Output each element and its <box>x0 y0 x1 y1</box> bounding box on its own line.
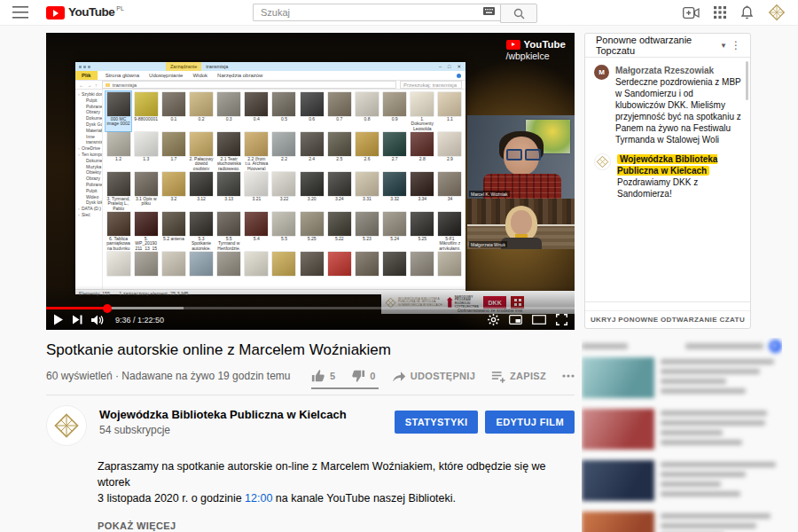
explorer-sidebar-item[interactable]: Pobrane <box>75 104 102 110</box>
file-thumbnail[interactable]: 1. Dokumenty Leopolda Tyrmanda wydane pr… <box>410 91 435 131</box>
file-thumbnail[interactable]: 0.5 <box>271 91 297 131</box>
explorer-breadcrumb[interactable]: transmisja <box>102 81 396 89</box>
explorer-help-icon[interactable] <box>457 74 461 78</box>
file-thumbnail[interactable]: 3.20 <box>299 171 325 211</box>
explorer-file-menu[interactable]: Plik <box>75 71 98 80</box>
explorer-ribbon-tab[interactable]: Widok <box>192 73 207 78</box>
file-thumbnail[interactable]: 5.4 <box>244 211 270 251</box>
file-thumbnail[interactable] <box>271 251 297 289</box>
file-thumbnail[interactable]: 0.8 <box>354 91 379 131</box>
file-thumbnail[interactable]: 5.25 <box>299 211 325 251</box>
explorer-sidebar-item[interactable]: Materiały <box>75 128 102 134</box>
file-thumbnail[interactable]: 2. Pałacowy dowód osobisty Leopolda Tyrm… <box>188 131 214 171</box>
file-thumbnail[interactable]: 2.6 <box>354 131 379 171</box>
explorer-sidebar-item[interactable]: ›Ten komputer <box>75 152 102 158</box>
explorer-sidebar-item[interactable]: Muzyka <box>75 164 102 170</box>
file-thumbnail[interactable] <box>410 251 435 289</box>
explorer-sidebar-item[interactable]: transmisja <box>75 139 102 145</box>
file-thumbnail[interactable]: 0.3 <box>216 91 242 131</box>
file-thumbnail[interactable]: 1.7 <box>160 131 186 171</box>
file-thumbnail[interactable]: 3.1 Opis w pliku <box>133 171 159 211</box>
explorer-sidebar-item[interactable]: Pulpit <box>75 188 102 194</box>
explorer-sidebar-item[interactable]: Dysk lokalny (C:) <box>75 200 102 206</box>
file-thumbnail[interactable]: 3.31 <box>354 171 379 211</box>
file-thumbnail[interactable]: 2.2 <box>271 131 297 171</box>
file-thumbnail[interactable]: 5-F1 Mikrofilm z artykułami. A… <box>437 211 463 251</box>
next-button[interactable] <box>73 315 82 325</box>
file-thumbnail[interactable] <box>299 251 325 289</box>
explorer-sidebar-item[interactable]: ›Sieć <box>75 212 102 218</box>
file-thumbnail[interactable]: 3.2 <box>160 171 186 211</box>
explorer-sidebar-item[interactable]: Dokumenty <box>75 158 102 164</box>
explorer-sidebar-item[interactable]: ›DATA (D:) <box>75 206 102 212</box>
file-thumbnail[interactable]: 0.2 <box>188 91 214 131</box>
file-thumbnail[interactable] <box>106 251 131 289</box>
file-thumbnail[interactable]: 5.23 <box>354 211 379 251</box>
account-avatar[interactable] <box>768 4 786 21</box>
apps-grid-icon[interactable] <box>714 6 726 19</box>
file-thumbnail[interactable]: 9-88000001 <box>133 91 159 131</box>
file-thumbnail[interactable]: 3. Tyrmand, Prateloj L., Pablo Picasso, … <box>106 171 131 211</box>
explorer-nav-arrows[interactable]: ← → ↑ <box>79 82 98 88</box>
chat-avatar[interactable]: M <box>594 65 609 80</box>
dislike-button[interactable]: 0 <box>351 369 375 383</box>
explorer-sidebar-item[interactable]: Inne <box>75 134 102 140</box>
file-thumbnail[interactable]: 3.21 <box>244 171 270 211</box>
file-thumbnail[interactable]: 3.34 <box>410 171 435 211</box>
search-button[interactable] <box>500 4 537 23</box>
file-thumbnail[interactable] <box>160 251 186 289</box>
hide-chat-replay-button[interactable]: UKRYJ PONOWNE ODTWARZANIE CZATU <box>585 311 750 328</box>
file-thumbnail[interactable]: 2.7 <box>382 131 408 171</box>
chat-header-dropdown[interactable]: Ponowne odtwarzanie Topczatu▼ <box>596 35 727 56</box>
file-thumbnail[interactable]: 0.1 <box>160 91 186 131</box>
autoplay-toggle[interactable] <box>769 340 782 353</box>
file-thumbnail[interactable]: 2.8 <box>410 131 435 171</box>
save-button[interactable]: ZAPISZ <box>491 370 546 383</box>
file-thumbnail[interactable]: 5.5 <box>271 211 297 251</box>
explorer-search-box[interactable]: Przeszukaj: transmisja <box>400 81 462 89</box>
file-thumbnail[interactable]: 0.4 <box>244 91 270 131</box>
file-thumbnail[interactable]: 000 MC image 0002 <box>106 91 131 131</box>
channel-avatar[interactable] <box>46 405 87 446</box>
chat-scrollbar[interactable] <box>746 61 748 100</box>
related-video-item[interactable] <box>582 357 782 398</box>
file-thumbnail[interactable]: 5.5 Tyrmand w Hertfordzie, lata '60. Arc… <box>216 211 242 251</box>
file-thumbnail[interactable]: 6. Tablica pamiątkowa na budynku przy Ko… <box>106 211 131 251</box>
file-thumbnail[interactable] <box>326 251 352 289</box>
file-thumbnail[interactable] <box>354 251 379 289</box>
file-thumbnail[interactable]: 3.22 <box>271 171 297 211</box>
statistics-button[interactable]: STATYSTYKI <box>395 411 479 434</box>
create-video-icon[interactable] <box>683 7 700 19</box>
related-video-item[interactable] <box>582 409 782 450</box>
file-thumbnail[interactable]: 34 <box>437 171 463 211</box>
explorer-window-controls[interactable]: –□✕ <box>439 64 466 69</box>
file-thumbnail[interactable]: 5.22 <box>326 211 352 251</box>
play-button[interactable] <box>53 314 64 325</box>
like-button[interactable]: 5 <box>311 369 335 383</box>
file-thumbnail[interactable]: 3.32 <box>382 171 408 211</box>
show-more-button[interactable]: POKAŻ WIĘCEJ <box>98 520 575 531</box>
file-thumbnail[interactable]: 5.24 <box>382 211 408 251</box>
file-thumbnail[interactable]: 3.13 <box>216 171 242 211</box>
related-video-item[interactable] <box>582 460 782 501</box>
explorer-sidebar-item[interactable]: Dysk Google <box>75 121 102 128</box>
volume-button[interactable] <box>91 315 105 325</box>
explorer-sidebar-item[interactable]: Obrazy <box>75 109 102 115</box>
menu-icon[interactable] <box>12 6 28 19</box>
edit-video-button[interactable]: EDYTUJ FILM <box>485 411 575 434</box>
theater-mode-icon[interactable] <box>532 315 546 325</box>
file-thumbnail[interactable]: 0.9 <box>382 91 408 131</box>
more-actions-button[interactable] <box>562 374 575 378</box>
fullscreen-icon[interactable] <box>556 314 567 325</box>
explorer-sidebar-item[interactable]: Wideo <box>75 194 102 200</box>
file-thumbnail[interactable]: 5.2 antena <box>160 211 186 251</box>
file-thumbnail[interactable]: 1.1 <box>437 91 463 131</box>
miniplayer-icon[interactable] <box>509 315 522 325</box>
chat-menu-icon[interactable]: ⋮ <box>727 39 745 51</box>
file-thumbnail[interactable]: 2.9 <box>437 131 463 171</box>
file-thumbnail[interactable]: 3.12 <box>188 171 214 211</box>
file-thumbnail[interactable] <box>216 251 242 289</box>
chat-avatar[interactable] <box>594 153 611 170</box>
search-input[interactable] <box>253 4 500 21</box>
chat-message[interactable]: MMałgorzata Rzeszowiak Serdeczne pozdrow… <box>594 65 741 145</box>
